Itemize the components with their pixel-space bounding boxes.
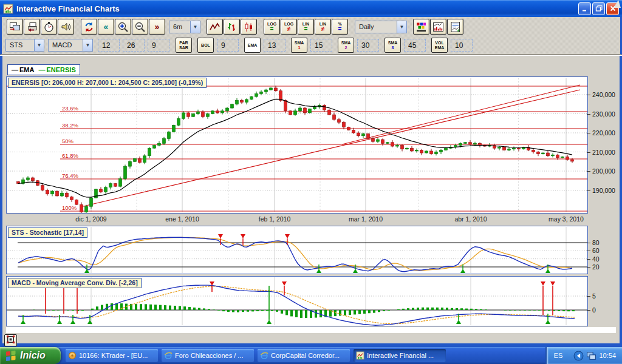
pct-eq-button[interactable]: %= — [332, 19, 348, 35]
speaker-button[interactable] — [58, 19, 74, 35]
refresh-icon — [83, 21, 95, 33]
language-circle-icon[interactable] — [571, 351, 581, 361]
stochastic-tick-label: 40 — [592, 255, 600, 263]
indicator-select-1[interactable]: STS ▼ — [5, 39, 44, 52]
print-back-button[interactable] — [24, 19, 40, 35]
ema-value-field[interactable] — [264, 39, 285, 52]
line-chart-button[interactable] — [207, 19, 223, 35]
axis-tick — [587, 95, 590, 95]
volema-value-field[interactable] — [451, 39, 473, 52]
sma2-button[interactable]: SMA2 — [338, 38, 354, 53]
windows-flag-icon — [5, 349, 17, 362]
axis-tick — [587, 190, 590, 191]
zoom-out-button[interactable] — [132, 19, 148, 35]
title-bar: Interactive Financial Charts — [0, 0, 622, 17]
sma1-label: SMA — [295, 41, 304, 46]
price-tick-label: 230,000 — [592, 110, 615, 118]
ohlc-bars-button[interactable] — [224, 19, 240, 35]
report-icon — [449, 21, 461, 33]
parsar-button[interactable]: PAR SAR — [176, 38, 192, 53]
fast-forward-button[interactable]: » — [149, 19, 165, 35]
date-tick-label: may 3, 2010 — [549, 215, 584, 223]
legend-symbol-label: ENERSIS — [46, 66, 75, 73]
volema-button[interactable]: VOL EMA — [431, 38, 448, 53]
chart-legend: — EMA — ENERSIS — [7, 64, 80, 75]
indicator-select-2-value: MACD — [49, 39, 83, 51]
report-button[interactable] — [447, 19, 463, 35]
macd-param-field-1[interactable] — [98, 39, 120, 52]
screen-layout-icon — [9, 21, 21, 33]
macd-title: MACD - Moving Average Conv. Div. [-2,26] — [12, 279, 138, 286]
indicator-select-2[interactable]: MACD ▼ — [48, 39, 93, 52]
start-button[interactable]: Inicio — [0, 347, 61, 364]
axis-tick — [587, 114, 590, 115]
network-monitor-icon[interactable] — [584, 351, 594, 361]
toolbar-separator — [0, 55, 622, 56]
chevron-down-icon: ▼ — [190, 21, 200, 33]
ie-icon — [260, 351, 268, 360]
zoom-in-icon — [117, 21, 129, 33]
task-interactive[interactable]: Interactive Financial ... — [354, 349, 446, 362]
palette-button[interactable] — [413, 19, 429, 35]
sma3-number: 3 — [392, 46, 394, 50]
desktop: Interactive Financial Charts «» 6m ▼ LOG… — [0, 0, 622, 364]
macd-tick-label: 5 — [592, 292, 596, 300]
stochastic-panel[interactable] — [6, 226, 588, 274]
task-ktrader[interactable]: 10166: KTrader - [EU... — [66, 349, 158, 362]
fast-backward-button[interactable]: « — [98, 19, 114, 35]
stochastic-tick-label: 20 — [592, 263, 600, 271]
sma3-button[interactable]: SMA3 — [384, 38, 401, 53]
candlestick-chart: 23,6%38,2%50%61,8%76,4%100% — [7, 77, 587, 213]
task-foro[interactable]: Foro Chileacciones / ... — [162, 349, 254, 362]
screen-layout-button[interactable] — [7, 19, 23, 35]
volume-chart-icon — [432, 21, 444, 33]
axis-tick — [587, 152, 590, 153]
ohlc-info-bar: ENERSIS [O: 206,000 H: 207,000 L: 204,50… — [8, 78, 207, 88]
ema-label: EMA — [248, 43, 258, 48]
log-neq-button[interactable]: LOG≠ — [281, 19, 297, 35]
task-corpcapital[interactable]: CorpCapital Corredor... — [258, 349, 350, 362]
price-chart-panel[interactable]: 23,6%38,2%50%61,8%76,4%100% — [6, 76, 588, 214]
refresh-button[interactable] — [81, 19, 97, 35]
bol-button[interactable]: BOL — [197, 38, 214, 53]
sma2-label: SMA — [341, 41, 351, 46]
volema-label: VOL EMA — [435, 41, 445, 50]
period-select-value: Daily — [355, 21, 397, 33]
macd-param-field-2[interactable] — [123, 39, 145, 52]
maximize-button[interactable] — [592, 2, 605, 15]
language-indicator[interactable]: ES — [554, 352, 563, 359]
zoom-in-button[interactable] — [115, 19, 131, 35]
axis-tick — [587, 310, 590, 311]
period-select[interactable]: Daily ▼ — [355, 21, 407, 33]
lin-eq-button[interactable]: LIN= — [298, 19, 314, 35]
ktrader-icon — [68, 351, 77, 360]
fullscreen-button[interactable] — [4, 334, 17, 346]
date-tick-label: dic 1, 2009 — [75, 215, 106, 223]
fast-backward-icon: « — [104, 22, 109, 31]
minimize-button[interactable] — [578, 2, 591, 15]
stochastic-tick-label: 60 — [592, 247, 600, 254]
sma1-value-field[interactable] — [310, 39, 332, 52]
log-eq-button[interactable]: LOG= — [264, 19, 280, 35]
sma3-label: SMA — [388, 41, 398, 46]
volume-chart-button[interactable] — [430, 19, 446, 35]
palette-icon — [415, 21, 427, 33]
sma3-value-field[interactable] — [404, 39, 426, 52]
candlestick-button[interactable] — [241, 19, 257, 35]
stopwatch-button[interactable] — [41, 19, 57, 35]
price-tick-label: 210,000 — [592, 149, 615, 156]
macd-param-field-3[interactable] — [148, 39, 169, 52]
sma2-value-field[interactable] — [357, 39, 379, 52]
parsar-label: PAR SAR — [179, 41, 188, 50]
stopwatch-icon — [43, 21, 55, 33]
sma1-button[interactable]: SMA1 — [291, 38, 307, 53]
chevron-down-icon: ▼ — [34, 39, 44, 51]
lin-neq-button[interactable]: LIN≠ — [315, 19, 331, 35]
range-select[interactable]: 6m ▼ — [169, 21, 200, 33]
bol-value-field[interactable] — [217, 39, 239, 52]
stochastic-chart — [7, 226, 587, 274]
date-tick-label: ene 1, 2010 — [165, 215, 199, 223]
ema-button[interactable]: EMA — [244, 38, 261, 53]
svg-text:50%: 50% — [62, 138, 74, 144]
axis-tick — [587, 243, 590, 243]
